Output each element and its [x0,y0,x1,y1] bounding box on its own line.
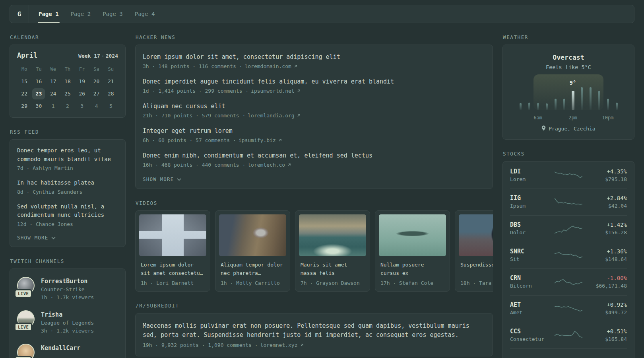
stock-sparkline [555,169,582,182]
tab-page-2[interactable]: Page 2 [71,5,91,23]
hn-domain-link[interactable]: ipsumworld.net [251,88,295,94]
app-logo[interactable]: G [10,5,29,23]
video-title[interactable]: Nullam posuere cursus ex [380,261,444,277]
stock-sparkline [555,222,582,235]
hn-domain-link[interactable]: ipsumify.biz [239,137,276,143]
calendar-day: 25 [61,88,74,99]
rss-item-title[interactable]: Donec tempor eros leo, ut commodo mauris… [17,146,118,163]
weather-condition: Overcast [509,54,628,61]
hn-domain-link[interactable]: loremtech.co [248,162,285,168]
twitch-channel-name[interactable]: KendallCarr [41,344,80,352]
video-thumbnail[interactable] [299,214,366,256]
stock-row[interactable]: SNRC Sit +1.36% $148.64 [510,242,627,268]
twitch-channel-name[interactable]: Trisha [41,310,94,319]
twitch-avatar-wrap: LIVE [17,310,35,328]
rss-item-meta: 7d · Ashlyn Martin [17,165,118,171]
stock-id: DBS Dolor [510,221,555,236]
subreddit-post-title[interactable]: Maecenas mollis pulvinar erat non posuer… [143,321,485,340]
right-column: WEATHER Overcast Feels like 5°C 9°6am2pm… [502,23,634,358]
external-link-icon [297,113,301,119]
video-card[interactable]: Suspendisse diam 18h · Tara [455,210,493,292]
rss-show-more-button[interactable]: SHOW MORE [17,235,118,241]
calendar-day: 19 [76,76,88,87]
stock-name: Amet [510,309,555,316]
twitch-channel-name[interactable]: ForrestBurton [41,277,94,286]
hn-meta-text: 6h · 60 points · 57 comments · [143,137,236,143]
calendar-year: 2024 [106,53,118,59]
rss-item-title[interactable]: Sed volutpat nulla nisl, a condimentum n… [17,202,118,220]
stock-row[interactable]: AHS +0.46% [510,348,627,358]
calendar-day: 26 [76,88,88,99]
hn-show-more-button[interactable]: SHOW MORE [143,176,485,182]
hn-item-title[interactable]: Integer eget rutrum lorem [143,127,485,135]
stock-price: $148.64 [582,255,627,263]
stock-row[interactable]: CRN Bitcorn -1.00% $66,171.48 [510,268,627,295]
stock-row[interactable]: AET Amet +0.92% $499.72 [510,295,627,322]
calendar-day: 5 [105,101,117,112]
calendar-day: 16 [32,76,45,87]
stock-price: $156.28 [582,229,627,236]
stock-change: +2.84% [582,194,627,202]
stock-change: +0.51% [582,327,627,335]
video-title[interactable]: Suspendisse diam [460,261,493,277]
weather-bar [581,87,583,110]
stock-name: Sit [510,255,555,263]
show-more-label: SHOW MORE [17,235,48,241]
calendar-header: April Week 17·2024 [17,51,118,59]
weekday-label: Su [104,66,118,72]
weather-bar-current [572,91,574,110]
hn-item-title[interactable]: Aliquam nec cursus elit [143,102,485,111]
hn-item: Integer eget rutrum lorem 6h · 60 points… [143,127,485,143]
video-title[interactable]: Lorem ipsum dolor sit amet consectetu… [141,261,205,277]
twitch-channel-row[interactable]: LIVE ForrestBurton Counter-Strike 1h · 1… [17,277,118,302]
stock-row[interactable]: CCS Consectetur +0.51% $165.84 [510,322,627,348]
tab-page-3[interactable]: Page 3 [103,5,123,23]
stock-sparkline [555,329,582,342]
hackernews-section-title: HACKER NEWS [136,34,493,40]
weather-bar [555,99,557,110]
video-thumbnail[interactable] [459,214,493,256]
hn-item-title[interactable]: Lorem ipsum dolor sit amet, consectetur … [143,53,485,61]
stock-values: +1.36% $148.64 [582,247,627,263]
stock-name: Lorem [510,175,555,183]
calendar-week-label: Week 17 [78,53,100,59]
weekday-label: Th [60,66,75,72]
weather-location: Prague, Czechia [549,126,595,132]
twitch-widget: LIVE ForrestBurton Counter-Strike 1h · 1… [10,268,126,358]
subreddit-domain-link[interactable]: loremnet.xyz [260,342,298,348]
hn-item: Donec imperdiet augue tincidunt felis al… [143,78,485,94]
rss-item-title[interactable]: In hac habitasse platea [17,179,118,187]
video-card[interactable]: Lorem ipsum dolor sit amet consectetu… 1… [135,210,210,292]
hn-item-title[interactable]: Donec enim nibh, condimentum et accumsan… [143,152,485,160]
hn-item-title[interactable]: Donec imperdiet augue tincidunt felis al… [143,78,485,86]
video-thumbnail[interactable] [379,214,446,256]
hn-domain-link[interactable]: loremdomain.com [244,63,291,69]
hn-domain-link[interactable]: loremlandia.org [248,113,294,119]
video-card[interactable]: Mauris sit amet massa felis 7h · Grayson… [295,210,370,292]
navbar: G Page 1 Page 2 Page 3 Page 4 [10,5,634,23]
twitch-avatar-wrap: LIVE [17,277,35,294]
stock-row[interactable]: LDI Lorem +4.35% $795.18 [510,162,627,189]
stocks-section-title: STOCKS [503,151,634,157]
weather-bar [607,99,609,110]
video-card[interactable]: Nullam posuere cursus ex 17h · Stefan Co… [375,210,450,292]
video-thumbnail[interactable] [219,214,286,256]
tab-page-1[interactable]: Page 1 [39,5,59,23]
stock-row[interactable]: IIG Ipsum +2.84% $42.04 [510,189,627,215]
calendar-grid: 1516171819202122232425262728293012345 [17,76,118,112]
calendar-day: 23 [32,88,45,99]
stock-id: IIG Ipsum [510,194,555,210]
video-thumbnail[interactable] [139,214,206,256]
stock-price: $795.18 [582,175,627,183]
video-meta: 18h · Tara [460,280,493,286]
video-title[interactable]: Aliquam tempor dolor nec pharetra… [221,261,285,277]
stock-symbol: SNRC [510,247,555,255]
tab-page-4[interactable]: Page 4 [135,5,155,23]
twitch-channel-row[interactable]: LIVE Trisha League of Legends 3h · 1.2k … [17,310,118,335]
stock-name: Bitcorn [510,282,555,290]
stock-row[interactable]: DBS Dolor +1.42% $156.28 [510,215,627,242]
twitch-channel-row[interactable]: LIVE KendallCarr [17,344,118,358]
external-link-icon [300,342,304,348]
video-title[interactable]: Mauris sit amet massa felis [301,261,365,277]
video-card[interactable]: Aliquam tempor dolor nec pharetra… 1h · … [215,210,290,292]
